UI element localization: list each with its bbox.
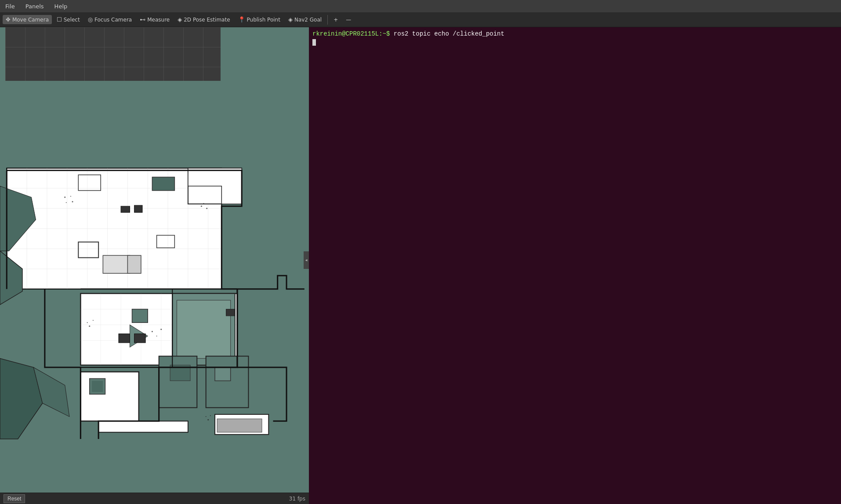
svg-point-67 (93, 320, 94, 321)
select-label: Select (64, 17, 80, 23)
collapse-handle[interactable]: ◂ (304, 251, 309, 269)
toolbar-minus[interactable]: — (343, 15, 354, 24)
add-icon: + (334, 17, 338, 23)
svg-point-62 (201, 206, 202, 207)
svg-rect-24 (103, 255, 130, 273)
focus-camera-label: Focus Camera (94, 17, 132, 23)
nav2-goal-icon: ◈ (288, 16, 293, 23)
move-camera-label: Move Camera (12, 17, 49, 23)
svg-point-73 (210, 415, 211, 416)
svg-point-71 (206, 416, 207, 417)
measure-icon: ⊷ (140, 16, 145, 23)
svg-rect-49 (159, 356, 197, 408)
toolbar-nav2-goal[interactable]: ◈ Nav2 Goal (285, 15, 325, 24)
toolbar-add[interactable]: + (330, 15, 341, 24)
svg-point-66 (89, 326, 90, 327)
terminal-user: rkreinin@CPR02115L (312, 30, 379, 37)
svg-rect-23 (134, 205, 142, 212)
toolbar-measure[interactable]: ⊷ Measure (137, 15, 173, 24)
svg-point-58 (64, 196, 65, 198)
menu-panels[interactable]: Panels (24, 2, 46, 11)
terminal-command: ros2 topic echo /clicked_point (394, 30, 504, 37)
toolbar: ✥ Move Camera ☐ Select ◎ Focus Camera ⊷ … (0, 12, 841, 27)
terminal-prompt: rkreinin@CPR02115L:~$ ros2 topic echo /c… (312, 30, 504, 37)
svg-rect-45 (226, 309, 235, 316)
svg-point-72 (207, 419, 209, 421)
main-content: ◂ Reset 31 fps rkreinin@CPR02115L:~$ ros… (0, 27, 841, 504)
publish-point-icon: 📍 (238, 16, 245, 23)
rviz-statusbar: Reset 31 fps (0, 493, 309, 504)
svg-point-63 (203, 203, 204, 204)
menubar: File Panels Help (0, 0, 841, 12)
svg-rect-22 (121, 206, 130, 212)
publish-point-label: Publish Point (247, 17, 280, 23)
pose-estimate-label: 2D Pose Estimate (184, 17, 230, 23)
svg-rect-42 (134, 334, 145, 343)
svg-rect-39 (132, 309, 148, 323)
nav2-goal-label: Nav2 Goal (294, 17, 322, 23)
rviz-viewport[interactable]: ◂ (0, 27, 309, 493)
toolbar-separator (327, 15, 328, 25)
svg-point-61 (72, 201, 73, 203)
terminal-cursor (312, 39, 316, 46)
svg-rect-41 (119, 334, 130, 343)
select-icon: ☐ (57, 16, 62, 23)
svg-rect-48 (92, 381, 103, 392)
svg-rect-55 (217, 419, 262, 432)
svg-rect-25 (127, 255, 141, 273)
toolbar-focus-camera[interactable]: ◎ Focus Camera (85, 15, 135, 24)
svg-point-64 (206, 208, 207, 209)
reset-button[interactable]: Reset (4, 494, 25, 503)
toolbar-select[interactable]: ☐ Select (54, 15, 83, 24)
svg-rect-52 (215, 367, 231, 381)
terminal-panel[interactable]: rkreinin@CPR02115L:~$ ros2 topic echo /c… (309, 27, 841, 504)
fps-counter: 31 fps (289, 496, 305, 502)
svg-point-65 (87, 322, 88, 323)
svg-point-59 (70, 196, 71, 197)
svg-rect-53 (98, 421, 188, 432)
toolbar-pose-estimate[interactable]: ◈ 2D Pose Estimate (174, 15, 233, 24)
toolbar-move-camera[interactable]: ✥ Move Camera (3, 15, 52, 24)
svg-rect-50 (206, 356, 249, 408)
rviz-panel: ◂ Reset 31 fps (0, 27, 309, 504)
svg-point-68 (152, 331, 153, 332)
move-camera-icon: ✥ (6, 16, 11, 23)
pose-estimate-icon: ◈ (178, 16, 182, 23)
svg-point-70 (160, 329, 162, 330)
focus-camera-icon: ◎ (88, 16, 93, 23)
svg-point-69 (156, 336, 157, 337)
svg-rect-19 (152, 177, 174, 191)
measure-label: Measure (147, 17, 170, 23)
toolbar-publish-point[interactable]: 📍 Publish Point (235, 15, 283, 24)
menu-help[interactable]: Help (53, 2, 69, 11)
menu-file[interactable]: File (4, 2, 17, 11)
svg-point-60 (66, 202, 67, 203)
minus-icon: — (346, 17, 351, 23)
svg-rect-44 (177, 300, 230, 358)
floor-plan-svg (0, 27, 309, 493)
